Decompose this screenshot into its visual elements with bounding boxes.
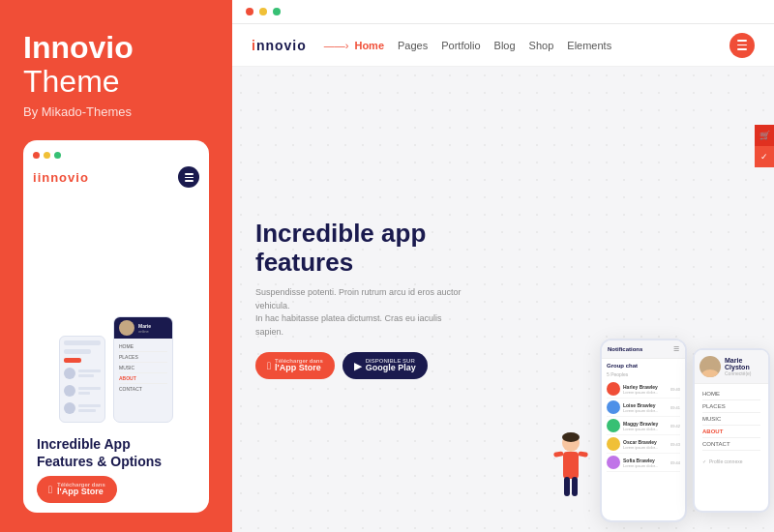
brand-subtitle: Theme: [23, 65, 209, 99]
chat-avatar: [607, 419, 620, 432]
dot-red: [33, 152, 40, 159]
profile-avatar: [700, 356, 721, 377]
profile-menu: HOME PLACES MUSIC ABOUT CONTACT: [695, 384, 768, 455]
card-menu-button[interactable]: [178, 166, 199, 188]
google-play-label: DISPONIBLE SUR Google Play: [366, 358, 416, 373]
chat-row: Maggy Brawley Lorem ipsum dolor... 09:42: [607, 417, 680, 435]
phone-mockup-small: [59, 336, 105, 423]
hero-description: Suspendisse potenti. Proin rutrum arcu i…: [255, 286, 468, 339]
nav-home-link[interactable]: Home: [354, 40, 384, 51]
chat-avatar: [607, 456, 620, 469]
browser-chrome: [232, 0, 774, 24]
chat-info: Maggy Brawley Lorem ipsum dolor...: [623, 421, 668, 431]
apple-store-icon: : [267, 360, 271, 371]
profile-info: Marie Clyston Connecté(e): [725, 357, 763, 376]
google-play-icon: ▶: [354, 361, 362, 371]
browser-dot-yellow: [259, 8, 267, 15]
svg-rect-8: [572, 477, 578, 496]
svg-rect-5: [553, 451, 564, 458]
mobile-preview-card: iinnovio: [23, 140, 209, 513]
apple-icon: : [48, 484, 52, 495]
nav-hamburger-button[interactable]: [729, 33, 755, 58]
brand-title: Innovio Theme: [23, 31, 209, 99]
brand-name: Innovio: [23, 31, 209, 65]
appstore-label: Télécharger dans l'App Store: [275, 358, 323, 373]
profile-menu-item-places[interactable]: PLACES: [702, 400, 760, 413]
website-logo: innovio: [252, 38, 307, 53]
chat-time: 09:41: [670, 405, 680, 410]
nav-home-group: ——› Home: [324, 40, 384, 51]
chat-msg: Lorem ipsum dolor...: [623, 463, 668, 468]
browser-dot-red: [246, 8, 253, 15]
chat-row: Sofia Brawley Lorem ipsum dolor... 09:44: [607, 454, 680, 472]
hero-section: Incredible app features Suspendisse pote…: [232, 67, 774, 532]
chat-time: 09:42: [670, 424, 680, 429]
profile-header: Marie Clyston Connecté(e): [695, 350, 768, 384]
website-nav: innovio ——› Home Pages Portfolio Blog Sh…: [232, 24, 774, 67]
profile-menu-item-contact[interactable]: CONTACT: [702, 438, 760, 451]
right-panel: innovio ——› Home Pages Portfolio Blog Sh…: [232, 0, 774, 532]
nav-arrow-icon: ——›: [324, 40, 349, 51]
phone-mockup-large: Marie online HOME PLACES MUSIC ABOUT CON…: [113, 316, 173, 423]
nav-blog[interactable]: Blog: [494, 40, 516, 51]
chat-avatar: [607, 382, 620, 396]
google-play-button[interactable]: ▶ DISPONIBLE SUR Google Play: [342, 352, 428, 379]
nav-portfolio[interactable]: Portfolio: [441, 40, 480, 51]
svg-point-1: [701, 369, 719, 377]
svg-point-0: [705, 358, 715, 368]
svg-rect-6: [578, 451, 588, 458]
svg-rect-7: [564, 477, 570, 496]
hero-buttons:  Télécharger dans l'App Store ▶ DISPONI…: [255, 352, 468, 379]
left-panel: Innovio Theme By Mikado-Themes iinnovio: [0, 0, 232, 532]
profile-menu-item-about[interactable]: ABOUT: [702, 426, 760, 438]
phone-people-count: 5 Peoples: [607, 371, 680, 377]
card-logo: iinnovio: [33, 170, 89, 185]
profile-connexe-label: Profile connexe: [709, 458, 742, 464]
chat-time: 09:43: [670, 442, 680, 447]
dot-green: [54, 152, 61, 159]
appstore-button[interactable]:  Télécharger dans l'App Store: [255, 352, 335, 379]
browser-dot-green: [273, 8, 281, 15]
card-dots: [33, 152, 199, 159]
svg-point-3: [562, 432, 580, 442]
chat-row: Oscar Brawley Lorem ipsum dolor... 09:43: [607, 435, 680, 454]
character-illustration: [551, 431, 590, 513]
card-appstore-button[interactable]:  Télécharger dans l'App Store: [37, 476, 117, 503]
profile-menu-item-music[interactable]: MUSIC: [702, 413, 760, 426]
chat-msg: Lorem ipsum dolor...: [623, 408, 668, 413]
check-icon: ✓: [702, 458, 706, 464]
character-svg: [551, 431, 590, 509]
chat-info: Oscar Brawley Lorem ipsum dolor...: [623, 439, 668, 450]
phone-filter-icon: ☰: [673, 345, 679, 353]
chat-avatar: [607, 437, 620, 451]
dot-yellow: [44, 152, 50, 159]
profile-menu-item-home[interactable]: HOME: [702, 388, 760, 400]
phone-group-label: Group chat: [607, 363, 680, 369]
chat-time: 09:40: [670, 387, 680, 392]
chat-row: Harley Brawley Lorem ipsum dolor... 09:4…: [607, 380, 680, 399]
svg-rect-4: [563, 452, 579, 479]
chat-info: Loise Brawley Lorem ipsum dolor...: [623, 402, 668, 413]
chat-msg: Lorem ipsum dolor...: [623, 390, 668, 395]
nav-elements[interactable]: Elements: [567, 40, 611, 51]
card-nav: iinnovio: [33, 166, 199, 188]
hero-phone-main: Notifications ☰ Group chat 5 Peoples Har…: [600, 339, 687, 522]
hero-title: Incredible app features: [255, 220, 468, 278]
nav-shop[interactable]: Shop: [529, 40, 554, 51]
hero-phones: Notifications ☰ Group chat 5 Peoples Har…: [600, 67, 770, 532]
chat-info: Harley Brawley Lorem ipsum dolor...: [623, 384, 668, 395]
nav-pages[interactable]: Pages: [398, 40, 428, 51]
chat-time: 09:44: [670, 460, 680, 465]
card-phone-mockup: Marie online HOME PLACES MUSIC ABOUT CON…: [33, 197, 199, 423]
chat-msg: Lorem ipsum dolor...: [623, 427, 668, 431]
phone-chat-section: Group chat 5 Peoples Harley Brawley Lore…: [602, 359, 685, 476]
phone-notif-header: Notifications ☰: [602, 340, 685, 359]
appstore-label: Télécharger dans l'App Store: [57, 482, 105, 497]
hero-content: Incredible app features Suspendisse pote…: [255, 220, 468, 380]
brand-author: By Mikado-Themes: [23, 104, 209, 119]
hero-phone-right: Marie Clyston Connecté(e) HOME PLACES MU…: [693, 348, 770, 513]
chat-row: Loise Brawley Lorem ipsum dolor... 09:41: [607, 399, 680, 417]
card-tagline: Incredible AppFeatures & Options: [37, 436, 195, 470]
chat-info: Sofia Brawley Lorem ipsum dolor...: [623, 458, 668, 468]
chat-avatar: [607, 400, 620, 414]
